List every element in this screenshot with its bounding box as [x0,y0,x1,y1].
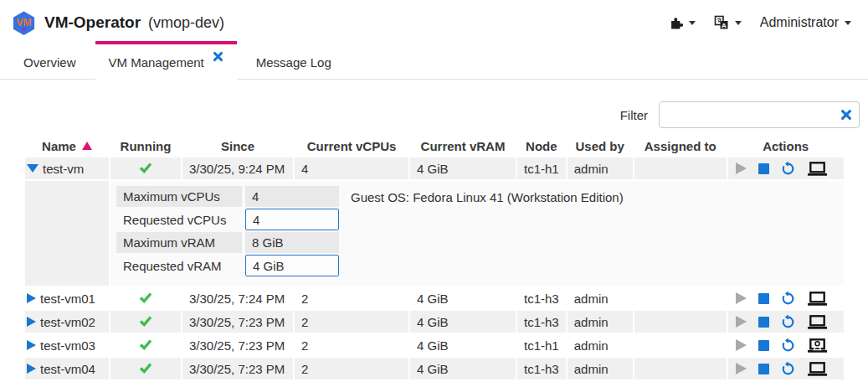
tab-label: VM Management [109,55,204,70]
table-header-row: Name Running Since Current vCPUs Current… [25,136,844,156]
used-by-cell: admin [568,157,633,179]
reset-button[interactable] [781,338,795,353]
console-button[interactable] [807,315,828,329]
column-header-name[interactable]: Name [25,136,109,156]
start-button[interactable] [736,163,747,174]
since-cell: 3/30/25, 7:23 PM [182,311,293,333]
reset-button[interactable] [781,162,795,176]
node-cell: tc1-h3 [517,287,566,309]
filter-row: Filter [0,101,860,128]
running-check-icon [139,162,152,176]
components-menu-button[interactable] [665,13,699,33]
assigned-to-cell [634,334,727,356]
chevron-down-icon [689,21,696,25]
vm-row: test-vm043/30/25, 7:23 PM24 GiBtc1-h3adm… [25,358,844,379]
play-icon [736,316,747,328]
stop-icon [758,293,769,304]
running-check-icon [139,338,152,353]
column-header-since[interactable]: Since [182,136,293,156]
start-button[interactable] [736,292,747,304]
running-check-icon [139,362,152,376]
assigned-to-cell [634,311,727,333]
current-vcpus-cell: 4 [295,157,408,179]
console-button[interactable] [807,162,828,176]
tab-label: Overview [23,55,76,70]
tab-close-icon[interactable] [213,51,223,62]
vm-row: test-vm3/30/25, 9:24 PM44 GiBtc1-h1admin [25,157,844,179]
stop-button[interactable] [758,163,769,174]
maximum-vcpus-value: 4 [245,186,339,207]
maximum-vcpus-label: Maximum vCPUs [116,186,242,207]
assigned-to-cell [634,358,727,379]
expand-row-icon[interactable] [27,364,36,374]
language-menu-button[interactable]: A [711,13,745,33]
reset-button[interactable] [781,315,795,329]
running-check-icon [139,315,152,329]
column-header-current-vcpus[interactable]: Current vCPUs [295,136,408,156]
vm-name: test-vm01 [40,292,95,306]
app-title: VM-Operator [44,13,141,32]
start-button[interactable] [736,316,747,328]
play-icon [736,339,747,351]
used-by-cell: admin [568,358,633,379]
since-cell: 3/30/25, 7:24 PM [182,287,293,309]
expand-row-icon[interactable] [27,293,36,303]
sort-ascending-icon [82,142,92,150]
node-cell: tc1-h3 [517,358,566,379]
vm-details-panel: Maximum vCPUs4Requested vCPUsMaximum vRA… [110,181,844,286]
stop-icon [758,317,769,328]
vm-row: test-vm033/30/25, 7:23 PM24 GiBtc1-h1adm… [25,334,844,356]
current-vram-cell: 4 GiB [410,334,516,356]
assigned-to-cell [634,287,727,309]
console-button[interactable] [807,338,828,353]
start-button[interactable] [736,363,747,374]
column-header-actions: Actions [728,136,844,156]
current-vcpus-cell: 2 [295,358,408,379]
column-header-used-by[interactable]: Used by [568,136,633,156]
since-cell: 3/30/25, 7:23 PM [182,334,293,356]
guest-os-label: Guest OS: Fedora Linux 41 (Workstation E… [351,190,624,204]
maximum-vram-label: Maximum vRAM [116,232,242,253]
console-button[interactable] [807,362,828,376]
node-cell: tc1-h3 [517,311,566,333]
vm-detail-table: Maximum vCPUs4Requested vCPUsMaximum vRA… [113,184,342,278]
current-vram-cell: 4 GiB [410,157,516,179]
tab-overview[interactable]: Overview [8,41,91,80]
filter-input[interactable] [659,101,860,128]
used-by-cell: admin [568,287,633,309]
app-logo-icon: VM [11,10,37,36]
column-header-assigned-to[interactable]: Assigned to [634,136,727,156]
stop-icon [758,340,769,351]
tab-message-log[interactable]: Message Log [241,41,347,80]
column-header-node[interactable]: Node [517,136,566,156]
reset-button[interactable] [781,292,795,306]
column-header-running[interactable]: Running [110,136,181,156]
reset-button[interactable] [781,362,795,376]
vm-table-body: test-vm3/30/25, 9:24 PM44 GiBtc1-h1admin… [25,157,844,379]
current-vram-cell: 4 GiB [410,311,516,333]
requested-vcpus-input[interactable] [245,209,339,230]
stop-button[interactable] [758,340,769,351]
stop-button[interactable] [758,293,769,304]
start-button[interactable] [736,339,747,351]
current-vram-cell: 4 GiB [410,287,516,309]
svg-text:VM: VM [16,16,31,28]
expand-row-icon[interactable] [27,340,36,350]
requested-vram-input[interactable] [245,255,339,276]
stop-icon [758,163,769,174]
vm-name: test-vm [43,162,84,176]
stop-button[interactable] [758,317,769,328]
requested-vcpus-label: Requested vCPUs [116,209,242,230]
column-header-current-vram[interactable]: Current vRAM [410,136,516,156]
expand-row-icon[interactable] [27,317,36,327]
console-button[interactable] [807,292,828,306]
tab-vm-management[interactable]: VM Management [95,41,237,80]
filter-clear-icon[interactable] [840,109,852,121]
collapse-row-icon[interactable] [27,164,39,173]
assigned-to-cell [634,157,727,179]
puzzle-icon [669,16,683,30]
vm-detail-row: Maximum vCPUs4Requested vCPUsMaximum vRA… [25,181,844,286]
vm-name: test-vm04 [40,362,95,376]
user-menu-button[interactable]: Administrator [757,13,855,33]
stop-button[interactable] [758,364,769,374]
